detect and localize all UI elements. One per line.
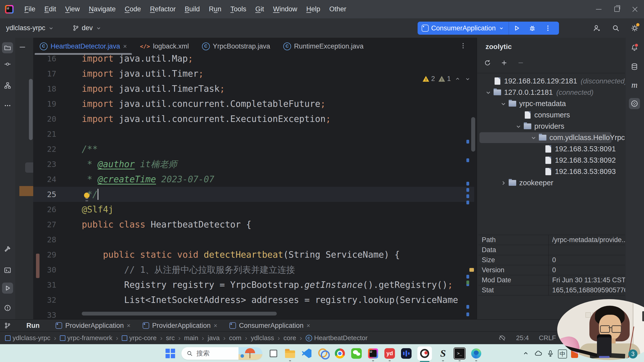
menu-item-edit[interactable]: Edit (41, 3, 60, 15)
editor-horizontal-scrollbar[interactable] (82, 312, 277, 315)
hide-panel-icon[interactable] (20, 47, 25, 48)
inspections-widget[interactable]: ! 2 ! 1 (423, 75, 471, 83)
cmd-button[interactable]: >_ (454, 348, 465, 359)
maven-tool-button[interactable]: m (629, 79, 640, 90)
menu-item-refactor[interactable]: Refactor (146, 3, 179, 15)
audio-app-button[interactable] (401, 348, 412, 359)
chevron-right-icon[interactable] (500, 179, 507, 187)
code-with-me-button[interactable] (587, 24, 606, 32)
tree-node[interactable]: consumers (477, 109, 625, 121)
zoolytic-tool-button[interactable] (629, 98, 640, 109)
youdao-button[interactable]: yd (384, 348, 395, 359)
minimize-button[interactable] (590, 0, 608, 18)
notification-count-badge[interactable]: 3 (628, 349, 637, 358)
menu-item-build[interactable]: Build (181, 3, 204, 15)
tree-node[interactable]: com.ydlclass.HelloYrpc (477, 132, 625, 143)
debug-button[interactable] (525, 22, 540, 35)
start-button[interactable] (165, 348, 176, 359)
tree-node[interactable]: 192.168.3.53:8091 (477, 143, 625, 155)
microphone-tray-icon[interactable] (545, 348, 555, 358)
tree-node[interactable]: providers (477, 121, 625, 132)
next-problem-icon[interactable] (464, 76, 471, 82)
chevron-down-icon[interactable] (500, 100, 507, 108)
caret-position[interactable]: 25:4 (516, 334, 529, 342)
run-config-selector[interactable]: ConsumerApplication (418, 24, 509, 32)
breadcrumb-item[interactable]: ydlclass (251, 334, 274, 342)
build-tool-button[interactable] (2, 243, 13, 254)
menu-item-file[interactable]: File (21, 3, 39, 15)
breadcrumb-item[interactable]: CHeartbeatDetector (306, 334, 368, 342)
editor-vertical-scrollbar[interactable] (471, 117, 475, 152)
taskbar-search[interactable]: 搜索 (181, 347, 262, 360)
mini-panel-scrollbar[interactable] (29, 79, 33, 140)
collapsed-project-panel[interactable] (15, 38, 33, 319)
menu-item-code[interactable]: Code (121, 3, 145, 15)
remove-button[interactable] (515, 57, 526, 68)
tree-node[interactable]: 192.168.126.129:2181(disconnected) (477, 75, 625, 87)
prev-problem-icon[interactable] (454, 76, 461, 82)
more-run-actions-button[interactable] (540, 22, 556, 35)
tree-node[interactable]: 192.168.3.53:8093 (477, 166, 625, 177)
menu-item-git[interactable]: Git (252, 3, 268, 15)
breadcrumb-item[interactable]: ydlclass-yrpc (5, 334, 50, 342)
edge-button[interactable] (471, 348, 482, 359)
notifications-button[interactable] (629, 42, 640, 53)
tree-node[interactable]: 127.0.0.1:2181(connected) (477, 87, 625, 98)
editor-tab[interactable]: </>logback.xml (133, 38, 195, 55)
swan-app-button[interactable]: S (437, 348, 449, 359)
chevron-down-icon[interactable] (515, 123, 522, 130)
chevron-down-icon[interactable] (485, 89, 492, 96)
more-tools-button[interactable] (2, 100, 13, 111)
close-button[interactable] (626, 0, 644, 18)
breadcrumb-item[interactable]: yrpc-framework (60, 334, 112, 342)
menu-item-view[interactable]: View (61, 3, 84, 15)
close-tab-icon[interactable]: × (127, 322, 131, 329)
tree-node[interactable]: yrpc-metadata (477, 98, 625, 109)
settings-button[interactable] (625, 24, 644, 32)
editor-tab[interactable]: CHeartbeatDetector.java× (33, 38, 133, 55)
menu-item-window[interactable]: Window (269, 3, 301, 15)
ime-indicator[interactable]: 中 (558, 349, 567, 358)
vscode-button[interactable] (301, 348, 312, 359)
restore-button[interactable] (608, 0, 626, 18)
intellij-button[interactable] (368, 348, 379, 359)
run-button[interactable] (509, 22, 525, 35)
tree-node[interactable]: 192.168.3.53:8092 (477, 155, 625, 166)
tab-list-icon[interactable] (460, 42, 467, 49)
run-tool-button[interactable] (2, 283, 13, 294)
breadcrumb-item[interactable]: main (184, 334, 198, 342)
add-button[interactable] (499, 57, 510, 68)
tree-node[interactable]: zookeeper (477, 177, 625, 189)
offline-icon[interactable] (498, 334, 506, 342)
refresh-button[interactable] (482, 57, 493, 68)
editor-tab[interactable]: CYrpcBootstrap.java (195, 38, 277, 55)
branch-widget[interactable]: dev (68, 22, 106, 34)
breadcrumb-item[interactable]: core (284, 334, 296, 342)
project-widget[interactable]: ydlclass-yrpc (2, 22, 58, 34)
rings-app-button[interactable] (318, 348, 329, 359)
search-everywhere-button[interactable] (606, 24, 625, 32)
line-ending[interactable]: CRLF (539, 334, 556, 342)
terminal-tool-button[interactable] (2, 265, 13, 276)
breadcrumb-item[interactable]: java (208, 334, 220, 342)
run-tab[interactable]: ProviderApplication× (50, 320, 136, 332)
run-tab[interactable]: ProviderApplication× (137, 320, 223, 332)
close-tab-icon[interactable]: × (123, 43, 127, 50)
wechat-button[interactable] (351, 348, 362, 359)
task-view-button[interactable] (268, 348, 279, 359)
chevron-down-icon[interactable] (530, 134, 537, 142)
run-tab[interactable]: ConsumerApplication× (223, 320, 316, 332)
run-window-label[interactable]: Run (26, 322, 39, 330)
menu-item-other[interactable]: Other (326, 3, 350, 15)
commit-tool-button[interactable] (2, 59, 13, 70)
tray-expand-button[interactable] (521, 348, 531, 358)
chrome-button[interactable] (334, 348, 345, 359)
structure-tool-button[interactable] (2, 80, 13, 91)
editor-tab[interactable]: CRuntimeException.java (277, 38, 370, 55)
breadcrumb-item[interactable]: src (166, 334, 175, 342)
onedrive-tray-icon[interactable] (533, 348, 543, 358)
menu-item-run[interactable]: Run (205, 3, 225, 15)
menu-item-navigate[interactable]: Navigate (85, 3, 119, 15)
problems-tool-button[interactable] (2, 302, 13, 313)
breadcrumb-item[interactable]: com (229, 334, 241, 342)
